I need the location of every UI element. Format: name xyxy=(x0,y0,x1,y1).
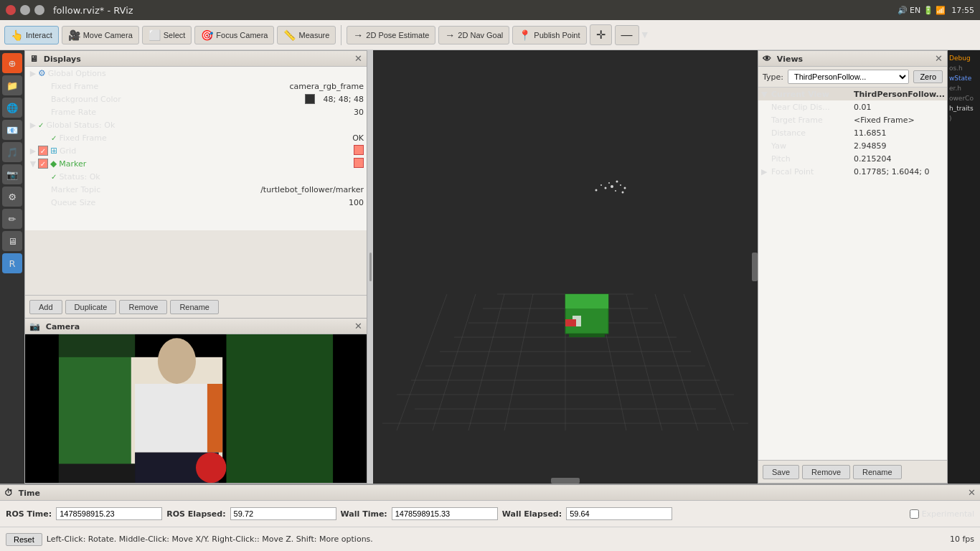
fixed-frame-row[interactable]: Fixed Frame camera_rgb_frame xyxy=(25,80,367,93)
focal-point-toggle[interactable]: ▶ xyxy=(761,167,771,176)
grid-checkbox[interactable] xyxy=(38,146,48,156)
near-clip-row[interactable]: Near Clip Dis... 0.01 xyxy=(758,100,947,113)
fixed-frame-ok-row[interactable]: ✓ Fixed Frame OK xyxy=(25,131,367,144)
code-line-2: os.h xyxy=(949,63,979,73)
views-close-button[interactable]: ✕ xyxy=(935,54,943,63)
marker-status-label: Status: Ok xyxy=(59,172,364,182)
marker-checkbox[interactable] xyxy=(38,159,48,169)
pitch-row[interactable]: Pitch 0.215204 xyxy=(758,152,947,165)
global-options-icon: ⚙ xyxy=(38,68,46,78)
yaw-row[interactable]: Yaw 2.94859 xyxy=(758,139,947,152)
svg-rect-3 xyxy=(135,384,219,453)
experimental-checkbox[interactable] xyxy=(910,509,919,519)
maximize-button[interactable] xyxy=(34,5,44,15)
status-bar: Reset Left-Click: Rotate. Middle-Click: … xyxy=(0,527,980,551)
resize-handle-bottom[interactable] xyxy=(551,478,580,484)
views-zero-button[interactable]: Zero xyxy=(913,70,943,83)
panel-icon-6[interactable]: 📷 xyxy=(2,164,22,184)
marker-topic-row[interactable]: Marker Topic /turtlebot_follower/marker xyxy=(25,183,367,196)
panel-icon-rviz[interactable]: R xyxy=(2,253,22,273)
3d-viewport[interactable] xyxy=(373,50,758,484)
duplicate-button[interactable]: Duplicate xyxy=(65,300,117,314)
ubuntu-home-icon[interactable]: ⊕ xyxy=(2,53,22,73)
frame-rate-label: Frame Rate xyxy=(51,108,348,117)
svg-point-37 xyxy=(624,187,626,189)
marker-status-row[interactable]: ✓ Status: Ok xyxy=(25,170,367,183)
dropdown-arrow[interactable]: ▼ xyxy=(642,30,648,39)
views-current-toggle[interactable]: ▼ xyxy=(761,90,771,99)
marker-toggle[interactable]: ▼ xyxy=(28,159,38,169)
grid-row[interactable]: ▶ ⊞ Grid xyxy=(25,144,367,157)
camera-close-button[interactable]: ✕ xyxy=(354,321,362,331)
wall-time-input[interactable] xyxy=(392,507,498,520)
remove-display-button[interactable]: Remove xyxy=(119,300,167,314)
views-current-header[interactable]: ▼ Current View ThirdPersonFollow... xyxy=(758,88,947,100)
select-button[interactable]: ⬜ Select xyxy=(142,26,192,44)
panel-icon-7[interactable]: ⚙ xyxy=(2,187,22,207)
time-bar: ⏱ Time ✕ ROS Time: ROS Elapsed: Wall Tim… xyxy=(0,484,980,527)
move-camera-button[interactable]: 🎥 Move Camera xyxy=(62,26,139,44)
svg-point-39 xyxy=(622,192,624,194)
title-bar: follow.rviz* - RViz 🔊 EN 🔋 📶 17:55 xyxy=(0,0,980,20)
displays-header-icon: 🖥 xyxy=(29,54,38,64)
frame-rate-row[interactable]: Frame Rate 30 xyxy=(25,105,367,118)
grid-checkbox-right[interactable] xyxy=(354,145,364,155)
focal-point-row[interactable]: ▶ Focal Point 0.17785; 1.6044; 0 xyxy=(758,165,947,178)
displays-close-button[interactable]: ✕ xyxy=(354,54,362,63)
ros-elapsed-input[interactable] xyxy=(230,507,336,520)
grid-icon: ⊞ xyxy=(50,146,57,156)
rename-display-button[interactable]: Rename xyxy=(170,300,219,314)
time-close-button[interactable]: ✕ xyxy=(968,488,976,497)
bg-color-row[interactable]: Background Color 48; 48; 48 xyxy=(25,93,367,105)
target-frame-label: Target Frame xyxy=(771,116,854,125)
time-icon: ⏱ xyxy=(4,488,13,498)
queue-size-row[interactable]: Queue Size 100 xyxy=(25,196,367,209)
pose-estimate-button[interactable]: → 2D Pose Estimate xyxy=(347,26,435,44)
resize-handle-left[interactable] xyxy=(367,50,373,484)
panel-icon-3[interactable]: 🌐 xyxy=(2,98,22,118)
views-rename-button[interactable]: Rename xyxy=(853,465,902,479)
panel-icon-8[interactable]: ✏ xyxy=(2,209,22,229)
time-content: ROS Time: ROS Elapsed: Wall Time: Wall E… xyxy=(0,501,980,527)
views-current-type: ThirdPersonFollow... xyxy=(854,90,945,99)
extra-button-2[interactable]: — xyxy=(615,25,639,45)
target-frame-row[interactable]: Target Frame <Fixed Frame> xyxy=(758,113,947,126)
panel-icon-9[interactable]: 🖥 xyxy=(2,231,22,251)
code-line-1: Debug xyxy=(949,53,979,63)
distance-row[interactable]: Distance 11.6851 xyxy=(758,126,947,139)
panel-icon-2[interactable]: 📁 xyxy=(2,75,22,95)
global-options-row[interactable]: ▶ ⚙ Global Options xyxy=(25,67,367,80)
panel-icon-5[interactable]: 🎵 xyxy=(2,142,22,162)
focal-point-label: Focal Point xyxy=(771,167,854,176)
global-status-toggle[interactable]: ▶ xyxy=(28,121,38,130)
reset-button[interactable]: Reset xyxy=(6,533,42,546)
close-button[interactable] xyxy=(6,5,16,15)
minimize-button[interactable] xyxy=(20,5,30,15)
publish-point-button[interactable]: 📍 Publish Point xyxy=(512,26,586,44)
extra-button-1[interactable]: ✛ xyxy=(590,24,612,45)
views-type-select[interactable]: ThirdPersonFollow... xyxy=(788,70,909,84)
views-remove-button[interactable]: Remove xyxy=(802,465,850,479)
grid-toggle[interactable]: ▶ xyxy=(28,146,38,156)
views-panel-header: 👁 Views ✕ xyxy=(758,51,947,67)
global-status-label: Global Status: Ok xyxy=(46,121,364,130)
measure-button[interactable]: 📏 Measure xyxy=(277,26,336,44)
fixed-frame-ok-icon: ✓ xyxy=(51,134,57,142)
svg-rect-41 xyxy=(565,294,608,309)
marker-row[interactable]: ▼ ◆ Marker xyxy=(25,157,367,170)
marker-checkbox-right[interactable] xyxy=(354,158,364,168)
global-options-toggle[interactable]: ▶ xyxy=(28,69,38,78)
add-button[interactable]: Add xyxy=(29,300,62,314)
focus-camera-button[interactable]: 🎯 Focus Camera xyxy=(194,26,274,44)
global-status-row[interactable]: ▶ ✓ Global Status: Ok xyxy=(25,118,367,131)
nav-goal-button[interactable]: → 2D Nav Goal xyxy=(438,26,509,44)
views-save-button[interactable]: Save xyxy=(763,465,799,479)
resize-handle-right[interactable] xyxy=(752,253,758,281)
displays-tree[interactable]: ▶ ⚙ Global Options Fixed Frame camera_rg… xyxy=(25,67,367,230)
ros-time-input[interactable] xyxy=(56,507,162,520)
wall-elapsed-input[interactable] xyxy=(566,507,672,520)
svg-point-33 xyxy=(608,182,610,184)
marker-label: Marker xyxy=(59,159,354,169)
panel-icon-4[interactable]: 📧 xyxy=(2,120,22,140)
interact-button[interactable]: 👆 Interact xyxy=(4,26,59,44)
